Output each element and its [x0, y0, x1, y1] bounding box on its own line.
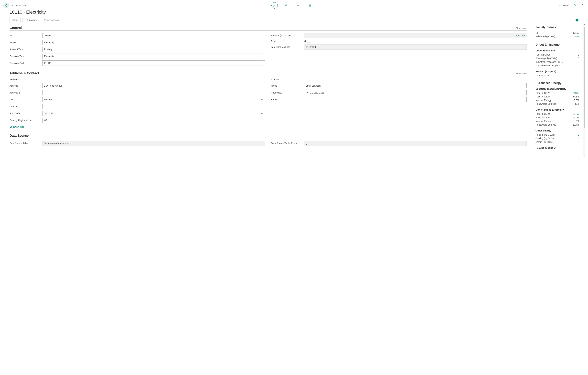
fact-row: Total kg CO2e2,868	[536, 91, 579, 95]
fact-row: Total kg CO2e6,767	[536, 112, 579, 116]
scroll-down-icon[interactable]	[583, 154, 585, 156]
address-field[interactable]	[42, 83, 265, 88]
show-more-address[interactable]: Show more	[516, 72, 527, 75]
fact-value[interactable]: 0	[578, 53, 579, 56]
action-divider	[22, 18, 23, 22]
fact-value[interactable]: 2,868	[573, 92, 579, 94]
fd-balance-label: Balance (kg CO2e)	[536, 35, 555, 38]
fact-value: 76.6%	[573, 116, 579, 119]
name-label: Name	[10, 41, 16, 44]
last-modified-field	[304, 44, 527, 50]
blocked-label: Blocked	[271, 40, 280, 43]
name-field[interactable]	[42, 40, 265, 45]
scrollbar[interactable]	[583, 23, 585, 157]
factbox-purchased-title: Purchased Energy	[536, 81, 579, 85]
fact-row: Nuclear Energy13.9%	[536, 99, 579, 102]
fact-key: Industrial Processes (kg CO...	[536, 61, 563, 63]
fact-key: Total kg CO2e	[536, 112, 550, 115]
fact-row: Fugitive Emissions (kg CO2e)0	[536, 64, 579, 67]
phone-field[interactable]	[304, 90, 527, 95]
show-more-general[interactable]: Show more	[516, 27, 527, 29]
account-type-select[interactable]	[42, 47, 265, 52]
fact-key: Nuclear Energy	[536, 99, 551, 101]
fact-row: Nuclear Energy3%	[536, 119, 579, 123]
postcode-lookup[interactable]: ···	[261, 112, 264, 115]
scroll-thumb[interactable]	[584, 27, 585, 128]
ds-table-label: Data Source Table	[10, 142, 29, 145]
popout-button[interactable]	[573, 4, 577, 7]
contact-name-field[interactable]	[304, 83, 527, 88]
related3b-title: Related (Scope 3)	[536, 146, 579, 149]
fact-value[interactable]: 0	[578, 133, 579, 136]
city-lookup[interactable]: ···	[261, 98, 264, 101]
fact-row: Total kg CO2e0	[536, 74, 579, 77]
city-field[interactable]	[42, 97, 265, 102]
fact-row: Steam (kg CO2e)0	[536, 140, 579, 144]
postcode-field[interactable]	[42, 111, 265, 116]
fact-value[interactable]: 0	[578, 141, 579, 143]
fact-row: Fossil Sources44.1%	[536, 95, 579, 99]
fact-value: 44.1%	[573, 95, 579, 98]
collapse-button[interactable]	[580, 4, 584, 7]
last-modified-label: Last Date Modified	[271, 46, 291, 48]
emission-code-select[interactable]	[42, 60, 265, 66]
share-button[interactable]	[283, 2, 290, 9]
scroll-up-icon[interactable]	[583, 23, 585, 26]
fact-row: Industrial Processes (kg CO...0	[536, 60, 579, 64]
fd-balance-value[interactable]: 2,868	[573, 35, 579, 38]
contact-name-label: Name	[271, 85, 278, 87]
address-label: Address	[10, 85, 19, 87]
fact-value[interactable]: 6,767	[573, 112, 579, 115]
fact-row: Bioenergy (kg CO2e)0	[536, 56, 579, 60]
postcode-label: Post Code	[10, 112, 21, 115]
fact-row: Heating (kg CO2e)0	[536, 133, 579, 137]
balance-field[interactable]	[304, 33, 527, 38]
fact-key: Cooling (kg CO2e)	[536, 137, 555, 140]
fact-value[interactable]: 0	[578, 137, 579, 140]
fact-row: Fossil Sources76.6%	[536, 116, 579, 119]
ds-table-field[interactable]	[42, 141, 265, 146]
fact-key: Total kg CO2e	[536, 92, 550, 94]
email-field[interactable]	[304, 97, 527, 102]
no-field[interactable]	[42, 33, 265, 38]
fd-no-value: 10110	[573, 32, 579, 34]
fact-key: Renewable Sources	[536, 123, 556, 126]
page-type-label: Facility Card	[12, 4, 26, 7]
new-button[interactable]	[295, 2, 301, 9]
fact-value: 20.4%	[573, 123, 579, 126]
emission-type-select[interactable]	[42, 54, 265, 59]
back-button[interactable]	[3, 2, 9, 8]
info-button[interactable]: i	[576, 19, 578, 22]
fact-row: Renewable Sources20.4%	[536, 123, 579, 127]
factbox-facility-details-title: Facility Details	[536, 26, 579, 29]
related3-title: Related (Scope 3)	[536, 70, 579, 73]
section-address-title: Address & Contact	[10, 71, 39, 75]
fact-key: Nuclear Energy	[536, 120, 551, 122]
fact-row: Cooling (kg CO2e)0	[536, 137, 579, 140]
phone-label: Phone No.	[271, 91, 283, 94]
delete-button[interactable]	[307, 2, 313, 9]
fact-value[interactable]: 0	[578, 74, 579, 77]
tab-automate[interactable]: Automate	[25, 17, 42, 23]
fact-value: 0	[578, 57, 579, 60]
fact-key: Total kg CO2e	[536, 74, 550, 77]
fact-key: Renewable Sources	[536, 102, 556, 105]
address2-field[interactable]	[42, 90, 265, 95]
tab-home[interactable]: Home	[10, 17, 21, 23]
fd-no-label: No.	[536, 32, 539, 34]
blocked-toggle[interactable]	[304, 40, 310, 43]
county-field[interactable]	[42, 104, 265, 109]
show-on-map-link[interactable]: Show on Map	[10, 126, 265, 128]
fewer-options[interactable]: Fewer options	[42, 17, 61, 23]
fact-row: Fuel (kg CO2e)0	[536, 53, 579, 56]
country-select[interactable]	[42, 118, 265, 123]
country-label: Country/Region Code	[10, 119, 32, 121]
fact-value: 42%	[575, 102, 579, 105]
emission-code-label: Emission Code	[10, 62, 26, 65]
email-label: Email	[271, 98, 277, 101]
address-subheading: Address	[10, 78, 265, 81]
saved-indicator: Saved	[559, 4, 569, 7]
fact-value: 13.9%	[573, 99, 579, 101]
fact-value: 0	[578, 61, 579, 63]
edit-button[interactable]	[272, 2, 278, 9]
